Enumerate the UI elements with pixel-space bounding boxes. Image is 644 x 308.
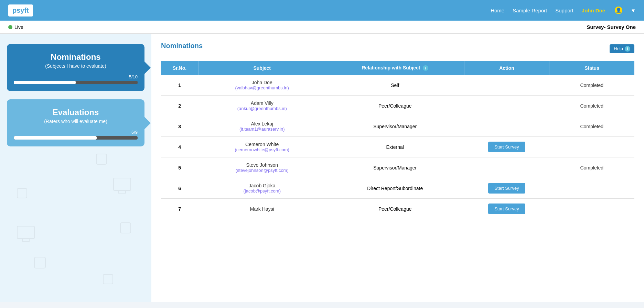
subject-name: Adam Villy	[202, 100, 322, 106]
cell-status	[549, 137, 634, 157]
user-dropdown-icon[interactable]: ▼	[631, 8, 636, 13]
cell-status	[549, 199, 634, 219]
subject-name: Alex Lekaj	[202, 121, 322, 126]
th-status: Status	[549, 61, 634, 75]
cell-status: Completed	[549, 96, 634, 116]
main-content: Nominations (Subjects I have to evaluate…	[0, 34, 644, 302]
evaluations-card-subtitle: (Raters who will evaluate me)	[14, 119, 138, 124]
subject-email: (it.team1@auraserv.in)	[202, 126, 322, 132]
nav-home[interactable]: Home	[491, 8, 504, 13]
subject-email: (jacob@psyft.com)	[202, 188, 322, 194]
nav-bar: Home Sample Report Support John Doe 👤 ▼	[491, 7, 636, 14]
cell-action: Start Survey	[464, 137, 549, 157]
cell-srno: 5	[161, 157, 198, 178]
help-button[interactable]: Help i	[610, 44, 634, 53]
cell-srno: 1	[161, 75, 198, 96]
nominations-card-arrow	[144, 62, 151, 74]
svg-rect-6	[34, 257, 45, 268]
table-row: 6Jacob Gjoka(jacob@psyft.com)Direct Repo…	[161, 178, 634, 199]
cell-subject: Cemeron White(cemeronwhite@psyft.com)	[198, 137, 326, 157]
user-avatar-icon: 👤	[615, 7, 622, 14]
th-srno: Sr.No.	[161, 61, 198, 75]
nominations-section-title: Nominations	[161, 42, 203, 50]
nominations-table: Sr.No. Subject Relationship with Subject…	[161, 61, 634, 219]
table-row: 7Mark HaysiPeer/ColleagueStart Survey	[161, 199, 634, 219]
th-relationship: Relationship with Subject i	[326, 61, 464, 75]
cell-subject: John Doe(vaibhav@greenthumbs.in)	[198, 75, 326, 96]
help-label: Help	[614, 46, 623, 51]
cell-srno: 3	[161, 116, 198, 137]
start-survey-button[interactable]: Start Survey	[488, 142, 525, 152]
cell-subject: Alex Lekaj(it.team1@auraserv.in)	[198, 116, 326, 137]
nominations-progress-bar	[14, 81, 138, 84]
subject-email: (ankur@greenthumbs.in)	[202, 106, 322, 111]
cell-action	[464, 75, 549, 96]
cell-action	[464, 157, 549, 178]
subject-name: Cemeron White	[202, 142, 322, 147]
relationship-info-icon: i	[423, 65, 428, 71]
start-survey-button[interactable]: Start Survey	[488, 204, 525, 214]
cell-relationship: External	[326, 137, 464, 157]
cell-srno: 7	[161, 199, 198, 219]
evaluations-card-arrow	[144, 117, 151, 129]
cell-srno: 4	[161, 137, 198, 157]
subject-email: (cemeronwhite@psyft.com)	[202, 147, 322, 152]
nav-support[interactable]: Support	[555, 8, 573, 13]
table-row: 2Adam Villy(ankur@greenthumbs.in)Peer/Co…	[161, 96, 634, 116]
cell-relationship: Peer/Colleague	[326, 199, 464, 219]
nominations-card-title: Nominations	[14, 52, 138, 62]
start-survey-button[interactable]: Start Survey	[488, 183, 525, 194]
subject-name: Mark Haysi	[202, 206, 322, 212]
cell-relationship: Supervisor/Manager	[326, 116, 464, 137]
subject-name: John Doe	[202, 80, 322, 85]
survey-title: Survey- Survey One	[587, 24, 636, 30]
nominations-card-subtitle: (Subjects I have to evaluate)	[14, 63, 138, 69]
cell-srno: 6	[161, 178, 198, 199]
evaluations-card-title: Evaluations	[14, 108, 138, 117]
cell-srno: 2	[161, 96, 198, 116]
th-action: Action	[464, 61, 549, 75]
cell-action: Start Survey	[464, 199, 549, 219]
nominations-progress-label: 5/10	[14, 74, 138, 79]
cell-subject: Jacob Gjoka(jacob@psyft.com)	[198, 178, 326, 199]
cell-action	[464, 116, 549, 137]
cell-action	[464, 96, 549, 116]
svg-rect-5	[120, 223, 131, 233]
live-label: Live	[14, 24, 23, 30]
evaluations-progress-fill	[14, 136, 97, 140]
svg-rect-7	[103, 274, 113, 284]
nav-sample-report[interactable]: Sample Report	[513, 8, 547, 13]
cell-relationship: Peer/Colleague	[326, 96, 464, 116]
cell-subject: Mark Haysi	[198, 199, 326, 219]
table-row: 1John Doe(vaibhav@greenthumbs.in)SelfCom…	[161, 75, 634, 96]
cell-relationship: Direct Report/Subordinate	[326, 178, 464, 199]
cell-subject: Steve Johnson(stevejohnson@psyft.com)	[198, 157, 326, 178]
right-content: Nominations Help i Sr.No. Subject Relati…	[151, 34, 644, 302]
cell-status: Completed	[549, 157, 634, 178]
live-dot-icon	[8, 25, 12, 29]
cell-subject: Adam Villy(ankur@greenthumbs.in)	[198, 96, 326, 116]
svg-rect-13	[119, 190, 126, 193]
cell-action: Start Survey	[464, 178, 549, 199]
table-row: 5Steve Johnson(stevejohnson@psyft.com)Su…	[161, 157, 634, 178]
cell-relationship: Self	[326, 75, 464, 96]
th-subject: Subject	[198, 61, 326, 75]
svg-rect-12	[114, 178, 131, 190]
app-header: psyft Home Sample Report Support John Do…	[0, 0, 644, 21]
svg-rect-10	[17, 226, 34, 239]
cell-relationship: Supervisor/Manager	[326, 157, 464, 178]
table-body: 1John Doe(vaibhav@greenthumbs.in)SelfCom…	[161, 75, 634, 219]
logo: psyft	[8, 4, 33, 16]
subject-name: Steve Johnson	[202, 162, 322, 168]
user-name[interactable]: John Doe	[582, 8, 605, 13]
table-row: 4Cemeron White(cemeronwhite@psyft.com)Ex…	[161, 137, 634, 157]
live-status: Live	[8, 24, 23, 30]
svg-rect-4	[17, 188, 27, 198]
evaluations-card[interactable]: Evaluations (Raters who will evaluate me…	[7, 99, 144, 146]
evaluations-progress-label: 6/9	[14, 130, 138, 135]
nominations-progress-fill	[14, 81, 76, 84]
subject-email: (vaibhav@greenthumbs.in)	[202, 85, 322, 90]
sidebar: Nominations (Subjects I have to evaluate…	[0, 34, 151, 302]
table-header: Sr.No. Subject Relationship with Subject…	[161, 61, 634, 75]
nominations-card[interactable]: Nominations (Subjects I have to evaluate…	[7, 44, 144, 91]
